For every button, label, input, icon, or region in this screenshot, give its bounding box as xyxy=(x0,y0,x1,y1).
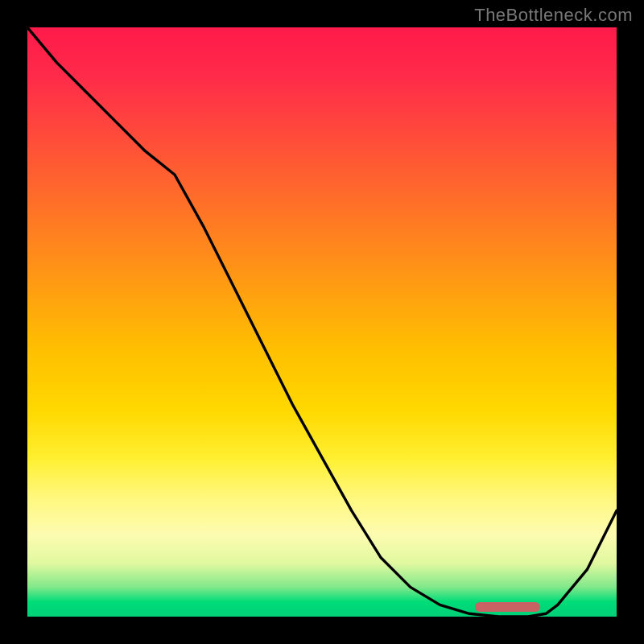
watermark-text: TheBottleneck.com xyxy=(474,5,633,26)
optimal-range-marker xyxy=(475,602,540,612)
chart-line-svg xyxy=(27,27,617,617)
chart-plot-area xyxy=(27,27,617,617)
chart-curve xyxy=(27,27,617,617)
